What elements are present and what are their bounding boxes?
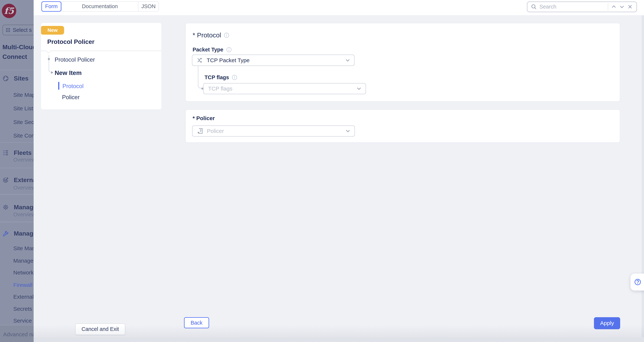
tab-documentation[interactable]: Documentation: [62, 2, 138, 11]
search-divider: [608, 4, 608, 10]
sidebar-item-external[interactable]: Externa: [0, 177, 34, 184]
advanced-nav-label[interactable]: Advanced nav: [3, 331, 34, 337]
sidebar-dimmed: f5 Select s Multi-Cloud Connect Sites Si…: [0, 0, 34, 342]
fleet-icon: [2, 150, 9, 156]
packet-type-label: Packet Type: [192, 47, 223, 53]
packet-type-value: TCP Packet Type: [207, 57, 342, 64]
sidebar-item-managed[interactable]: Manage: [0, 204, 34, 211]
info-icon[interactable]: [232, 75, 237, 80]
sidebar-item-managed-overview[interactable]: Overview: [13, 212, 34, 218]
sidebar-item-fleets-overview[interactable]: Overview: [13, 157, 34, 163]
policer-section-card: * Policer Policer: [185, 109, 620, 143]
cancel-and-exit-button[interactable]: Cancel and Exit: [75, 323, 125, 335]
f5-logo: f5: [2, 4, 16, 18]
chevron-down-icon: [346, 129, 350, 132]
tree-arrow-icon: [51, 71, 53, 74]
tcp-flags-label: TCP flags: [204, 74, 229, 81]
shield-arrow-icon: [2, 177, 9, 183]
tcp-flags-placeholder: TCP flags: [208, 86, 353, 92]
policer-select[interactable]: Policer: [192, 125, 355, 137]
select-service-button[interactable]: Select s: [2, 25, 34, 35]
search-icon: [531, 4, 536, 10]
wrench-icon: [2, 230, 9, 237]
sidebar-item-firewall[interactable]: Firewall: [13, 282, 34, 288]
sidebar-item-label: Externa: [14, 177, 34, 184]
tree-heading: Protocol Policer: [47, 38, 94, 45]
policer-placeholder: Policer: [207, 128, 342, 134]
tab-json[interactable]: JSON: [138, 2, 158, 11]
help-button[interactable]: [630, 274, 644, 290]
editor-content: New Protocol Policer Protocol Policer Ne…: [34, 15, 644, 342]
sidebar-item-label: Manage: [14, 230, 34, 237]
sidebar-item-secrets[interactable]: Secrets: [13, 306, 34, 312]
help-icon: [634, 278, 641, 286]
chevron-down-icon: [346, 59, 350, 62]
helm-icon: [2, 204, 9, 210]
product-title: Multi-Cloud Connect: [2, 42, 34, 62]
info-icon[interactable]: [224, 33, 229, 38]
tcp-flags-select[interactable]: TCP flags: [203, 83, 366, 94]
sidebar-item-fleets[interactable]: Fleets: [0, 149, 34, 156]
sidebar-item-manage-sub[interactable]: Manage: [13, 258, 34, 264]
tree-item-new-item[interactable]: New Item: [55, 69, 82, 76]
app-root: f5 Select s Multi-Cloud Connect Sites Si…: [0, 0, 644, 342]
sidebar-item-site-security[interactable]: Site Secu: [13, 119, 34, 125]
tree-bullet: [48, 58, 50, 60]
packet-type-select[interactable]: TCP Packet Type: [192, 55, 354, 66]
sidebar-item-networking[interactable]: Network: [13, 269, 34, 276]
sidebar-item-external-sub[interactable]: External: [13, 294, 34, 300]
tree-selected-indicator: [58, 82, 59, 90]
select-service-label: Select s: [13, 27, 32, 33]
tree-connector: [48, 55, 52, 73]
chevron-down-icon[interactable]: [619, 4, 624, 10]
search-box[interactable]: [527, 2, 637, 12]
tree-panel: New Protocol Policer Protocol Policer Ne…: [41, 23, 161, 109]
close-icon[interactable]: [627, 4, 633, 10]
search-input[interactable]: [540, 4, 605, 10]
sidebar-item-label: Sites: [14, 75, 28, 82]
tree-item-protocol-policer[interactable]: Protocol Policer: [55, 56, 95, 63]
back-button[interactable]: Back: [184, 317, 209, 328]
info-icon[interactable]: [226, 47, 232, 52]
protocol-section-card: * Protocol Packet Type TCP Packet Typ: [185, 23, 620, 102]
sidebar-item-sites[interactable]: Sites: [0, 75, 34, 82]
tab-form[interactable]: Form: [42, 1, 61, 12]
tree-divider: [41, 51, 161, 51]
chevron-up-icon[interactable]: [611, 4, 616, 10]
tree-divider-notch: [46, 49, 51, 53]
nested-field-connector: [198, 66, 202, 88]
object-editor-modal: Form Documentation JSON New Protoc: [34, 0, 644, 342]
sidebar-item-label: Manage: [14, 204, 34, 211]
sidebar-footer: Advanced nav: [0, 325, 34, 342]
grid-icon: [6, 28, 10, 32]
sidebar-item-site-map[interactable]: Site Map: [13, 92, 34, 98]
bottom-edge-band: [34, 337, 644, 342]
editor-tabbar: Form Documentation JSON: [34, 0, 644, 15]
sidebar-item-manage[interactable]: Manage: [0, 230, 34, 237]
tree-item-policer[interactable]: Policer: [62, 94, 80, 101]
tab-group: Documentation JSON: [61, 1, 159, 12]
globe-icon: [2, 75, 9, 81]
sidebar-item-site-management[interactable]: Site Man: [13, 245, 34, 252]
new-badge: New: [41, 26, 64, 35]
sidebar-item-label: Fleets: [14, 149, 32, 156]
sidebar-item-external-overview[interactable]: Overview: [13, 185, 34, 191]
chevron-down-icon: [357, 87, 361, 90]
tree-item-protocol[interactable]: Protocol: [62, 83, 84, 90]
sidebar-item-site-list[interactable]: Site List: [13, 105, 34, 112]
sidebar-item-service-policies[interactable]: Service P: [13, 317, 34, 324]
f5-logo-text: f5: [4, 6, 14, 16]
document-select-icon: [197, 128, 203, 134]
protocol-section-title: * Protocol: [192, 32, 221, 39]
branch-select-icon: [197, 57, 203, 63]
apply-button[interactable]: Apply: [594, 317, 620, 329]
policer-section-title: * Policer: [192, 115, 215, 121]
sidebar-item-site-connectivity[interactable]: Site Con: [13, 132, 34, 139]
